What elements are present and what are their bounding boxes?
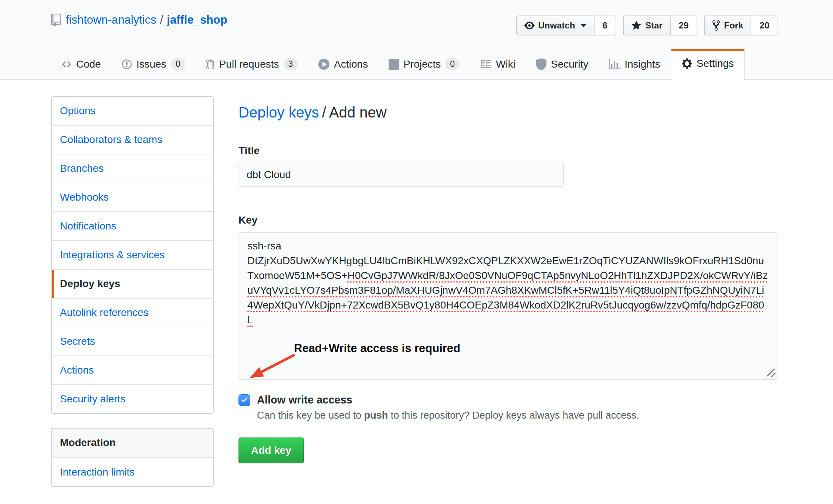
github-settings-page: fishtown-analytics / jaffle_shop Unwatch… (0, 0, 833, 504)
allow-write-help-text: Can this key be used to push to this rep… (257, 410, 778, 421)
sidebar-item-collaborators-teams[interactable]: Collaborators & teams (52, 125, 213, 154)
title-field-label: Title (238, 145, 778, 157)
moderation-menu: Moderation Interaction limits (51, 428, 214, 487)
unwatch-button[interactable]: Unwatch (516, 16, 595, 35)
graph-icon (609, 59, 620, 70)
page-title: Deploy keys/Add new (238, 103, 778, 121)
watch-button-group: Unwatch 6 (516, 16, 616, 35)
allow-write-access-label[interactable]: Allow write access (257, 394, 352, 406)
tab-security[interactable]: Security (526, 50, 599, 80)
tab-actions[interactable]: Actions (308, 50, 378, 80)
issue-opened-icon (122, 59, 132, 70)
sidebar-item-deploy-keys[interactable]: Deploy keys (52, 269, 213, 298)
forks-count[interactable]: 20 (751, 16, 778, 35)
annotation-text: Read+Write access is required (294, 342, 460, 355)
tab-label: Actions (334, 58, 368, 70)
tab-label: Pull requests (219, 58, 279, 70)
tab-issues[interactable]: Issues 0 (111, 49, 196, 80)
repo-header: fishtown-analytics / jaffle_shop Unwatch… (0, 0, 833, 80)
caret-down-icon (580, 24, 586, 27)
book-icon (480, 59, 491, 70)
settings-sidebar: Options Collaborators & teams Branches W… (51, 96, 214, 487)
sidebar-item-secrets[interactable]: Secrets (52, 327, 213, 355)
unwatch-label: Unwatch (538, 20, 575, 31)
breadcrumb-separator: / (322, 104, 326, 120)
repo-separator: / (160, 13, 163, 27)
breadcrumb-current: Add new (329, 104, 387, 120)
projects-counter: 0 (445, 58, 460, 70)
allow-write-access-row: Allow write access (238, 394, 778, 406)
sidebar-item-branches[interactable]: Branches (52, 154, 213, 183)
repo-nav: Code Issues 0 Pull requests 3 Actions Pr… (51, 49, 745, 80)
sidebar-item-webhooks[interactable]: Webhooks (52, 183, 213, 211)
star-button-group: Star 29 (623, 16, 697, 35)
deploy-key-form: Deploy keys/Add new Title Key ssh-rsa Dt… (238, 103, 778, 463)
sidebar-item-security-alerts[interactable]: Security alerts (52, 384, 213, 413)
sidebar-item-autolink-references[interactable]: Autolink references (52, 298, 213, 327)
checkmark-icon (240, 396, 248, 404)
git-pull-request-icon (206, 59, 215, 70)
play-icon (318, 59, 329, 70)
moderation-heading: Moderation (52, 429, 213, 457)
eye-icon (524, 20, 535, 31)
star-button[interactable]: Star (623, 16, 671, 35)
allow-write-checkbox[interactable] (238, 394, 250, 406)
sidebar-item-actions[interactable]: Actions (52, 355, 213, 384)
repo-owner-link[interactable]: fishtown-analytics (66, 13, 156, 27)
help-text-push: push (364, 410, 388, 421)
key-textarea[interactable]: ssh-rsa DtZjrXuD5UwXwYKHgbgLU4lbCmBiKHLW… (238, 232, 778, 380)
settings-menu: Options Collaborators & teams Branches W… (51, 96, 214, 414)
tab-label: Insights (624, 58, 660, 70)
help-text-before: Can this key be used to (257, 410, 364, 421)
gear-icon (682, 58, 692, 69)
key-field-label: Key (238, 214, 778, 226)
tab-code[interactable]: Code (51, 50, 111, 80)
fork-button-group: Fork 20 (704, 16, 778, 35)
repo-social-actions: Unwatch 6 Star 29 Fork 20 (516, 16, 778, 35)
star-label: Star (645, 20, 663, 31)
issues-counter: 0 (171, 58, 185, 70)
shield-icon (536, 58, 546, 70)
title-input[interactable] (238, 163, 564, 187)
tab-insights[interactable]: Insights (599, 50, 671, 80)
fork-icon (712, 20, 720, 31)
code-icon (61, 59, 72, 69)
tab-projects[interactable]: Projects 0 (378, 49, 470, 80)
sidebar-item-interaction-limits[interactable]: Interaction limits (52, 457, 213, 486)
project-icon (389, 59, 399, 70)
tab-label: Settings (697, 58, 734, 69)
fork-button[interactable]: Fork (704, 16, 751, 35)
pull-requests-counter: 3 (284, 58, 298, 70)
resize-grip-icon[interactable] (766, 368, 776, 378)
watchers-count[interactable]: 6 (595, 16, 616, 35)
deploy-keys-breadcrumb-link[interactable]: Deploy keys (238, 104, 319, 120)
tab-wiki[interactable]: Wiki (470, 50, 526, 80)
tab-label: Code (76, 58, 101, 70)
sidebar-item-options[interactable]: Options (52, 97, 213, 125)
help-text-after: to this repository? Deploy keys always h… (388, 410, 639, 421)
repo-icon (51, 14, 61, 27)
add-key-button[interactable]: Add key (238, 437, 304, 463)
repo-name-link[interactable]: jaffle_shop (167, 13, 227, 27)
star-icon (631, 20, 641, 31)
tab-pull-requests[interactable]: Pull requests 3 (196, 49, 308, 80)
tab-label: Security (551, 58, 588, 70)
tab-label: Projects (403, 58, 441, 70)
tab-label: Wiki (496, 58, 515, 70)
sidebar-item-integrations-services[interactable]: Integrations & services (52, 240, 213, 269)
tab-label: Issues (136, 58, 166, 70)
tab-settings[interactable]: Settings (671, 49, 745, 80)
repo-breadcrumb: fishtown-analytics / jaffle_shop (51, 13, 227, 27)
fork-label: Fork (724, 20, 743, 31)
stargazers-count[interactable]: 29 (671, 16, 698, 35)
sidebar-item-notifications[interactable]: Notifications (52, 211, 213, 240)
